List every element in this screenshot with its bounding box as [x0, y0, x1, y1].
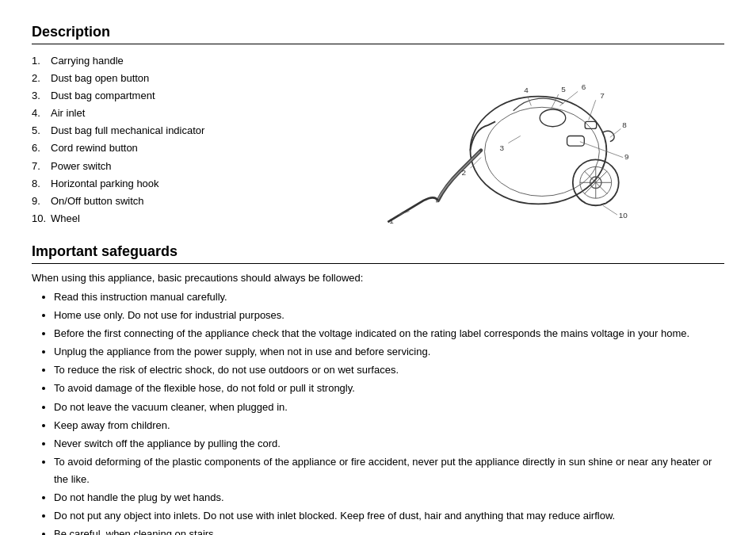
part-number: 2.: [32, 70, 48, 87]
part-label: Power switch: [51, 158, 112, 175]
part-label: On/Off button switch: [51, 193, 144, 210]
safeguard-item: Home use only. Do not use for industrial…: [54, 307, 724, 324]
safeguard-item: To avoid damage of the flexible hose, do…: [54, 380, 724, 397]
safeguard-item: Read this instruction manual carefully.: [54, 289, 724, 306]
parts-list-item: 1.Carrying handle: [32, 52, 238, 70]
parts-list-item: 5.Dust bag full mechanical indicator: [32, 122, 238, 139]
svg-text:9: 9: [624, 153, 629, 162]
part-number: 3.: [32, 87, 48, 105]
safeguard-item: Do not leave the vacuum cleaner, when pl…: [54, 399, 724, 416]
svg-text:8: 8: [622, 120, 627, 129]
description-title: Description: [32, 24, 724, 44]
parts-list-item: 8.Horizontal parking hook: [32, 175, 238, 193]
parts-list-item: 6.Cord rewind button: [32, 139, 238, 157]
part-label: Dust bag full mechanical indicator: [51, 122, 204, 139]
part-label: Carrying handle: [51, 52, 124, 70]
parts-list-item: 10.Wheel: [32, 210, 238, 227]
part-number: 10.: [32, 210, 48, 227]
parts-list-item: 9.On/Off button switch: [32, 193, 238, 210]
safeguard-item: Before the first connecting of the appli…: [54, 325, 724, 342]
svg-line-30: [603, 206, 617, 216]
svg-line-26: [610, 129, 621, 138]
part-label: Dust bag open button: [51, 70, 149, 87]
svg-line-28: [580, 142, 623, 158]
safeguards-list: Read this instruction manual carefully.H…: [32, 289, 724, 535]
description-section: Description 1.Carrying handle2.Dust bag …: [32, 24, 724, 227]
parts-list-item: 4.Air inlet: [32, 105, 238, 122]
svg-rect-10: [567, 136, 585, 147]
part-number: 1.: [32, 52, 48, 70]
part-label: Cord rewind button: [51, 139, 138, 157]
part-number: 8.: [32, 175, 48, 193]
svg-text:5: 5: [561, 86, 566, 94]
safeguard-item: Do not handle the plug by wet hands.: [54, 489, 724, 506]
vacuum-svg: 1 2 3 4 5 6 7: [330, 52, 632, 227]
part-number: 6.: [32, 139, 48, 157]
safeguards-section: Important safeguards When using this app…: [32, 243, 724, 535]
parts-list-item: 7.Power switch: [32, 158, 238, 175]
parts-list-item: 3.Dust bag compartment: [32, 87, 238, 105]
svg-text:6: 6: [582, 82, 586, 91]
safeguard-item: Unplug the appliance from the power supp…: [54, 343, 724, 361]
svg-line-20: [552, 94, 559, 109]
parts-list-item: 2.Dust bag open button: [32, 70, 238, 87]
parts-list: 1.Carrying handle2.Dust bag open button3…: [32, 52, 238, 227]
svg-text:1: 1: [389, 216, 394, 225]
safeguard-item: Keep away from children.: [54, 417, 724, 434]
svg-text:3: 3: [500, 143, 505, 152]
safeguard-item: Be careful, when cleaning on stairs.: [54, 525, 724, 535]
safeguards-title: Important safeguards: [32, 243, 724, 264]
part-label: Air inlet: [51, 105, 85, 122]
safeguard-item: Never switch off the appliance by pullin…: [54, 435, 724, 453]
svg-line-16: [508, 136, 520, 143]
svg-text:7: 7: [600, 91, 605, 100]
part-label: Horizontal parking hook: [51, 175, 159, 193]
part-label: Dust bag compartment: [51, 87, 155, 105]
svg-text:4: 4: [524, 86, 529, 95]
svg-point-0: [470, 97, 606, 204]
safeguard-item: To avoid deforming of the plastic compon…: [54, 453, 724, 488]
vacuum-diagram: 1 2 3 4 5 6 7: [238, 52, 724, 227]
safeguard-item: To reduce the risk of electric shock, do…: [54, 361, 724, 379]
svg-point-9: [540, 109, 566, 127]
safeguards-intro: When using this appliance, basic precaut…: [32, 272, 724, 284]
part-number: 7.: [32, 158, 48, 175]
safeguard-item: Do not put any object into inlets. Do no…: [54, 507, 724, 525]
svg-text:10: 10: [619, 211, 628, 220]
svg-text:2: 2: [462, 169, 467, 178]
part-number: 4.: [32, 105, 48, 122]
part-number: 9.: [32, 193, 48, 210]
part-label: Wheel: [51, 210, 80, 227]
part-number: 5.: [32, 122, 48, 139]
